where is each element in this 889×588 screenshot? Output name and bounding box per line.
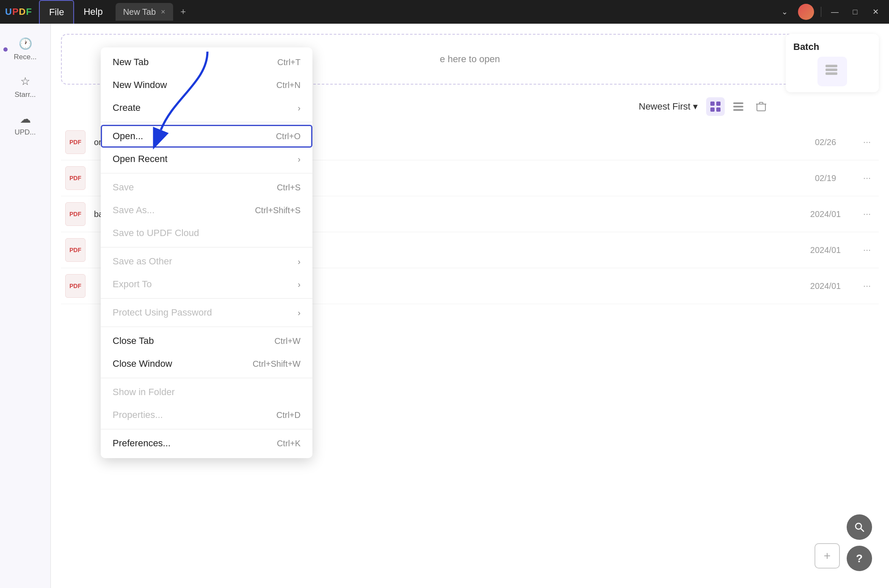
file-icon: PDF	[65, 130, 86, 154]
list-icon	[732, 101, 744, 113]
menu-item-label: Show in Folder	[113, 387, 175, 398]
sort-label: Newest First	[639, 101, 690, 112]
menu-item-save[interactable]: Save Ctrl+S	[101, 176, 312, 199]
app-logo: UPDF	[5, 6, 32, 17]
menu-shortcut: Ctrl+O	[276, 132, 301, 141]
sidebar-item-label-starred: Starr...	[14, 91, 36, 99]
menu-item-label: New Tab	[113, 57, 149, 68]
menu-item-new-tab[interactable]: New Tab Ctrl+T	[101, 51, 312, 74]
menu-item-save-as-other[interactable]: Save as Other ›	[101, 250, 312, 273]
svg-rect-3	[710, 102, 715, 106]
menu-item-label: Close Tab	[113, 335, 154, 346]
search-fab-button[interactable]	[847, 514, 872, 540]
file-date: 02/19	[800, 173, 851, 183]
avatar[interactable]	[798, 4, 814, 20]
file-menu-dropdown: New Tab Ctrl+T New Window Ctrl+N Create …	[101, 47, 312, 458]
more-options-button[interactable]: ···	[859, 280, 875, 291]
tab-close-icon[interactable]: ×	[161, 8, 166, 16]
menu-item-label: Close Window	[113, 358, 172, 369]
file-menu-button[interactable]: File	[39, 0, 74, 24]
menu-item-close-tab[interactable]: Close Tab Ctrl+W	[101, 330, 312, 352]
add-grid-button[interactable]: +	[814, 543, 840, 569]
menu-item-new-window[interactable]: New Window Ctrl+N	[101, 74, 312, 96]
tab-add-button[interactable]: +	[177, 5, 190, 19]
sidebar: 🕐 Rece... ☆ Starr... ☁ UPD...	[0, 24, 51, 588]
menu-item-label: New Window	[113, 80, 167, 91]
menu-shortcut: Ctrl+Shift+W	[253, 359, 301, 369]
menu-divider	[101, 378, 312, 378]
sidebar-item-starred[interactable]: ☆ Starr...	[0, 70, 50, 104]
sort-dropdown[interactable]: Newest First ▾	[639, 101, 698, 112]
menu-item-label: Save	[113, 182, 134, 193]
menu-divider	[101, 298, 312, 299]
menu-shortcut: Ctrl+S	[277, 183, 301, 192]
menu-item-properties[interactable]: Properties... Ctrl+D	[101, 404, 312, 426]
file-icon: PDF	[65, 166, 86, 190]
menu-divider	[101, 327, 312, 327]
menu-item-preferences[interactable]: Preferences... Ctrl+K	[101, 432, 312, 455]
help-fab-button[interactable]: ?	[847, 546, 872, 571]
menu-divider	[101, 247, 312, 247]
file-icon: PDF	[65, 202, 86, 226]
batch-icon	[823, 60, 842, 83]
menu-item-show-in-folder[interactable]: Show in Folder	[101, 381, 312, 404]
menu-item-label: Save to UPDF Cloud	[113, 228, 199, 239]
active-indicator	[3, 47, 8, 52]
search-icon	[853, 521, 865, 533]
tab-bar: New Tab × +	[112, 0, 889, 24]
plus-icon: +	[824, 549, 831, 563]
menu-item-save-as[interactable]: Save As... Ctrl+Shift+S	[101, 199, 312, 222]
menu-item-open[interactable]: Open... Ctrl+O	[101, 125, 312, 148]
more-options-button[interactable]: ···	[859, 137, 875, 148]
tab-title: New Tab	[123, 7, 156, 17]
svg-rect-4	[716, 102, 721, 106]
file-date: 2024/01	[800, 245, 851, 255]
more-options-button[interactable]: ···	[859, 209, 875, 220]
submenu-arrow-icon: ›	[298, 308, 301, 318]
submenu-arrow-icon: ›	[298, 257, 301, 267]
menu-divider	[101, 173, 312, 173]
menu-item-close-window[interactable]: Close Window Ctrl+Shift+W	[101, 352, 312, 375]
list-view-button[interactable]	[729, 97, 748, 116]
menu-shortcut: Ctrl+T	[277, 58, 301, 67]
browser-tab[interactable]: New Tab ×	[116, 3, 173, 21]
clock-icon: 🕐	[19, 37, 32, 50]
menu-item-label: Save as Other	[113, 256, 172, 267]
star-icon: ☆	[20, 75, 30, 88]
menu-item-label: Save As...	[113, 205, 155, 216]
submenu-arrow-icon: ›	[298, 280, 301, 289]
menu-item-open-recent[interactable]: Open Recent ›	[101, 148, 312, 170]
sort-arrow-icon: ▾	[693, 101, 698, 112]
more-options-button[interactable]: ···	[859, 173, 875, 184]
sidebar-item-label-recent: Rece...	[14, 53, 37, 61]
svg-rect-1	[826, 69, 837, 71]
file-icon: PDF	[65, 238, 86, 262]
help-menu-button[interactable]: Help	[74, 0, 112, 24]
menu-item-save-to-cloud[interactable]: Save to UPDF Cloud	[101, 222, 312, 245]
menu-divider	[101, 122, 312, 122]
batch-icon-button[interactable]	[817, 57, 847, 86]
menu-item-export-to[interactable]: Export To ›	[101, 273, 312, 296]
sidebar-item-recent[interactable]: 🕐 Rece...	[0, 32, 50, 66]
menu-item-label: Open Recent	[113, 154, 168, 165]
menu-shortcut: Ctrl+K	[277, 439, 301, 448]
trash-icon	[755, 101, 767, 113]
title-bar-controls: ⌄ — □ ✕	[778, 4, 882, 20]
minimize-button[interactable]: —	[828, 5, 842, 19]
delete-button[interactable]	[752, 97, 770, 116]
sidebar-item-cloud[interactable]: ☁ UPD...	[0, 107, 50, 142]
menu-item-protect-password[interactable]: Protect Using Password ›	[101, 301, 312, 324]
file-date: 2024/01	[800, 209, 851, 219]
grid-view-button[interactable]	[706, 97, 725, 116]
menu-item-create[interactable]: Create ›	[101, 96, 312, 119]
menu-item-label: Preferences...	[113, 438, 171, 449]
chevron-down-icon[interactable]: ⌄	[778, 5, 791, 19]
svg-rect-5	[710, 107, 715, 112]
file-date: 02/26	[800, 137, 851, 147]
file-date: 2024/01	[800, 281, 851, 291]
more-options-button[interactable]: ···	[859, 245, 875, 256]
maximize-button[interactable]: □	[848, 5, 862, 19]
svg-line-16	[861, 529, 864, 532]
close-button[interactable]: ✕	[869, 5, 882, 19]
submenu-arrow-icon: ›	[298, 103, 301, 113]
